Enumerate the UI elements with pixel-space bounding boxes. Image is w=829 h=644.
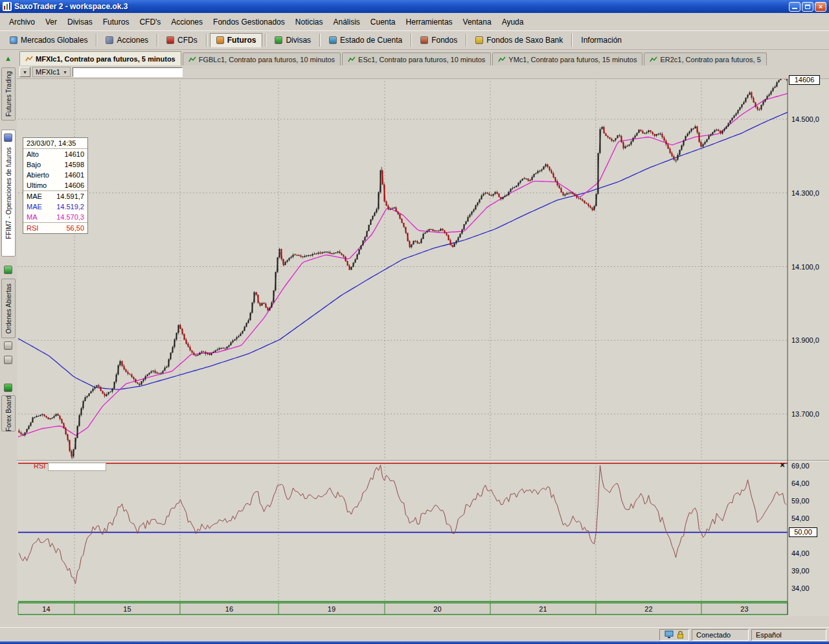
- menu-herramientas[interactable]: Herramientas: [401, 16, 458, 29]
- svg-text:54,00: 54,00: [791, 514, 810, 522]
- toolbar-mercados-globales[interactable]: Mercados Globales: [4, 33, 93, 47]
- tooltip-row: RSI56,50: [23, 223, 87, 233]
- chart-icon: [650, 56, 657, 63]
- svg-text:23: 23: [740, 605, 748, 613]
- menu-divisas[interactable]: Divisas: [62, 16, 98, 29]
- tab-er2c1[interactable]: ER2c1, Contrato para futuros, 5: [644, 52, 766, 65]
- svg-text:13.700,0: 13.700,0: [791, 410, 819, 418]
- toolbar-fondos-saxo-bank[interactable]: Fondos de Saxo Bank: [470, 33, 569, 47]
- svg-text:34,00: 34,00: [791, 584, 810, 592]
- window-bottom-border: [0, 641, 829, 644]
- toolbar-futuros[interactable]: Futuros: [210, 33, 263, 47]
- chart-toolbar: ▼ MFXIc1 ▼: [17, 65, 829, 79]
- symbol-label: MFXIc1: [36, 68, 60, 76]
- toolbar-label: Futuros: [227, 36, 256, 45]
- funds-icon: [420, 36, 428, 44]
- futures-trading-icon: ▲: [4, 54, 12, 63]
- module-toolbar: Mercados Globales Acciones CFDs Futuros …: [0, 30, 829, 50]
- svg-text:44,00: 44,00: [791, 549, 810, 557]
- language-selector[interactable]: Español: [751, 629, 826, 641]
- sidebar-tab-ffim7-operaciones[interactable]: FFIM7 - Operaciones de futuros: [1, 130, 16, 257]
- toolbar-estado-de-cuenta[interactable]: Estado de Cuenta: [323, 33, 408, 47]
- chart-menu-button[interactable]: ▼: [19, 67, 30, 77]
- rsi-close-button[interactable]: ×: [777, 460, 788, 470]
- title-bar: SaxoTrader 2 - workspace.ok.3 ×: [0, 0, 829, 13]
- chart-tab-bar: MFXIc1, Contrato para futuros, 5 minutos…: [17, 50, 829, 65]
- toolbar-separator: [571, 34, 573, 47]
- chart-panel: 14.500,014.300,014.100,013.900,013.700,0…: [17, 65, 829, 616]
- rsi-settings-input[interactable]: [48, 463, 106, 471]
- svg-text:59,00: 59,00: [791, 497, 810, 505]
- chart-icon: [348, 56, 356, 63]
- menu-ventana[interactable]: Ventana: [458, 16, 497, 29]
- status-bar: Conectado Español: [0, 627, 829, 641]
- tag-icon[interactable]: [4, 356, 12, 364]
- menu-cfds[interactable]: CFD's: [134, 16, 166, 29]
- svg-text:22: 22: [644, 605, 652, 613]
- tab-mfxic1[interactable]: MFXIc1, Contrato para futuros, 5 minutos: [19, 51, 181, 65]
- toolbar-separator: [96, 34, 97, 47]
- toolbar-separator: [157, 34, 158, 47]
- app-icon: [3, 2, 12, 11]
- sidebar-tab-ordenes-abiertas[interactable]: Ordenes Abiertas: [1, 279, 16, 338]
- restore-button[interactable]: [802, 2, 813, 12]
- toolbar-cfds[interactable]: CFDs: [161, 33, 203, 47]
- tab-label: ESc1, Contrato para futuros, 10 minutos: [358, 56, 485, 63]
- saxo-funds-icon: [475, 36, 483, 44]
- price-chart[interactable]: 14.500,014.300,014.100,013.900,013.700,0…: [17, 65, 829, 616]
- toolbar-label: Información: [581, 36, 622, 45]
- menu-analisis[interactable]: Análisis: [328, 16, 365, 29]
- tab-ymc1[interactable]: YMc1, Contrato para futuros, 15 minutos: [492, 52, 642, 65]
- module-sidebar: ▲ Futures Trading FFIM7 - Operaciones de…: [0, 50, 17, 616]
- svg-text:20: 20: [433, 605, 441, 613]
- symbol-search-input[interactable]: [73, 67, 183, 77]
- toolbar-label: Fondos: [431, 36, 457, 45]
- menu-fondos-gestionados[interactable]: Fondos Gestionados: [208, 16, 290, 29]
- chevron-down-icon: ▼: [63, 70, 67, 75]
- symbol-select[interactable]: MFXIc1 ▼: [32, 67, 71, 77]
- svg-text:64,00: 64,00: [791, 479, 810, 487]
- tab-fgblc1[interactable]: FGBLc1, Contrato para futuros, 10 minuto…: [183, 52, 341, 65]
- sidebar-tab-forex-board[interactable]: Forex Board: [1, 395, 16, 431]
- menu-noticias[interactable]: Noticias: [290, 16, 328, 29]
- menu-acciones[interactable]: Acciones: [166, 16, 208, 29]
- tag-icon[interactable]: [4, 341, 12, 350]
- toolbar-separator: [319, 34, 321, 47]
- toolbar-informacion[interactable]: Información: [575, 33, 628, 47]
- tooltip-row: MA14.570,3: [23, 212, 87, 223]
- toolbar-label: Acciones: [117, 36, 148, 45]
- sidebar-tab-futures-trading[interactable]: Futures Trading: [1, 67, 16, 121]
- toolbar-separator: [265, 34, 266, 47]
- tooltip-row: MAE14.591,7: [23, 191, 87, 201]
- connection-status: Conectado: [692, 629, 749, 641]
- globe-icon: [10, 36, 17, 44]
- toolbar-separator: [411, 34, 412, 47]
- svg-text:14.500,0: 14.500,0: [791, 115, 819, 123]
- minimize-button[interactable]: [789, 2, 801, 12]
- svg-text:19: 19: [328, 605, 335, 613]
- menu-cuenta[interactable]: Cuenta: [365, 16, 401, 29]
- rsi-level-badge: 50,00: [789, 527, 817, 537]
- tooltip-row: Abierto14601: [23, 170, 87, 180]
- chart-icon: [25, 55, 33, 63]
- svg-text:69,00: 69,00: [791, 462, 810, 470]
- close-button[interactable]: ×: [815, 2, 826, 12]
- tooltip-row: Alto14610: [23, 149, 87, 159]
- orders-icon: [4, 266, 12, 274]
- positions-doc-icon: [4, 133, 12, 142]
- account-icon: [329, 36, 337, 44]
- tooltip-row: Bajo14598: [23, 159, 87, 170]
- menu-futuros[interactable]: Futuros: [98, 16, 135, 29]
- svg-text:16: 16: [225, 605, 233, 613]
- last-price-badge: 14606: [789, 75, 820, 85]
- candle-info-tooltip: 23/03/07, 14:35 Alto14610 Bajo14598 Abie…: [23, 137, 88, 234]
- tab-esc1[interactable]: ESc1, Contrato para futuros, 10 minutos: [342, 52, 491, 65]
- menu-ver[interactable]: Ver: [40, 16, 62, 29]
- toolbar-acciones[interactable]: Acciones: [100, 33, 154, 47]
- status-icons-panel: [659, 629, 689, 641]
- menu-ayuda[interactable]: Ayuda: [497, 16, 529, 29]
- menu-archivo[interactable]: Archivo: [4, 16, 40, 29]
- toolbar-fondos[interactable]: Fondos: [414, 33, 463, 47]
- svg-text:15: 15: [123, 605, 131, 613]
- toolbar-divisas[interactable]: Divisas: [269, 33, 317, 47]
